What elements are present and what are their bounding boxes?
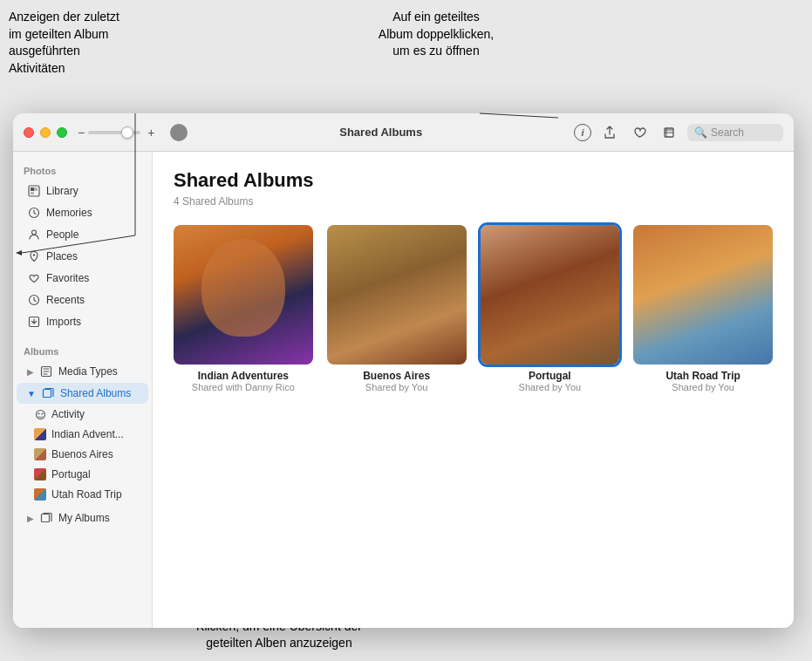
photo-buenos-bg [327,225,467,365]
window-title: Shared Albums [188,126,574,139]
sidebar-item-utah-road-trip[interactable]: Utah Road Trip [17,485,148,504]
album-card-portugal[interactable]: Portugal Shared by You [481,225,620,392]
album-name-portugal: Portugal [481,370,620,382]
buenos-aires-thumb [34,448,46,460]
page-title: Shared Albums [174,169,773,192]
like-button[interactable] [628,121,651,144]
annotation-topright: Auf ein geteiltes Album doppelklicken, u… [340,9,532,60]
sidebar-item-activity[interactable]: Activity [17,405,148,424]
sidebar-item-recents[interactable]: Recents [17,290,148,310]
album-card-utah[interactable]: Utah Road Trip Shared by You [633,225,773,392]
minimize-button[interactable] [40,127,51,138]
svg-point-14 [41,412,43,414]
album-thumb-portugal [481,225,620,365]
utah-road-trip-thumb [34,488,46,501]
window-controls [24,127,67,138]
indian-adventures-thumb [34,428,46,440]
sidebar-item-imports[interactable]: Imports [17,311,148,332]
album-desc-portugal: Shared by You [481,382,620,392]
page-subtitle: 4 Shared Albums [174,195,773,208]
slider-track[interactable] [88,131,140,134]
my-albums-expand-icon: ▶ [27,514,34,523]
sidebar-item-people[interactable]: People [17,224,148,245]
sidebar-item-shared-albums[interactable]: ▼ Shared Albums [17,383,148,404]
memories-label: Memories [46,207,138,219]
places-icon [27,249,41,263]
content-area: Photos Library [13,152,794,628]
toolbar-right: i 🔍 Search [574,121,783,144]
portugal-label: Portugal [51,468,138,480]
zoom-out-button[interactable]: − [78,126,85,140]
album-desc-utah: Shared by You [633,382,773,392]
indian-adventures-label: Indian Advent... [51,428,138,440]
activity-label: Activity [51,408,138,420]
svg-rect-15 [42,514,50,522]
sidebar-item-memories[interactable]: Memories [17,202,148,223]
search-icon: 🔍 [694,126,707,139]
sidebar-item-library[interactable]: Library [17,181,148,201]
svg-rect-2 [31,187,34,191]
library-icon [27,184,41,198]
svg-point-13 [38,412,39,414]
zoom-slider: − + [78,126,154,140]
places-label: Places [46,250,138,262]
buenos-aires-label: Buenos Aires [51,448,138,460]
search-box[interactable]: 🔍 Search [687,124,783,141]
activity-icon [34,408,46,420]
svg-point-6 [32,230,37,235]
people-icon [27,228,41,242]
sidebar-item-buenos-aires[interactable]: Buenos Aires [17,445,148,464]
favorites-label: Favorites [46,272,138,284]
sidebar-item-my-albums[interactable]: ▶ My Albums [17,508,148,528]
close-button[interactable] [24,127,34,138]
svg-rect-11 [43,390,51,398]
sidebar-item-media-types[interactable]: ▶ Media Types [17,361,148,382]
shared-albums-label: Shared Albums [60,387,138,399]
people-label: People [46,228,138,241]
imports-icon [27,315,41,329]
album-thumb-buenos [327,225,467,365]
sidebar-item-indian-adventures[interactable]: Indian Advent... [17,425,148,444]
imports-label: Imports [46,316,138,328]
main-content: Shared Albums 4 Shared Albums Indian Adv… [153,152,794,628]
albums-section-label: Albums [13,339,152,360]
media-types-expand-icon: ▶ [27,367,34,377]
library-label: Library [46,185,138,197]
album-thumb-indian [174,225,313,365]
shared-albums-icon [41,386,55,400]
title-bar: − + Shared Albums i [13,113,794,152]
sidebar-item-places[interactable]: Places [17,246,148,267]
zoom-in-button[interactable]: + [147,126,154,140]
sidebar-item-portugal[interactable]: Portugal [17,465,148,484]
album-card-indian[interactable]: Indian Adventures Shared with Danny Rico [174,225,313,392]
recents-label: Recents [46,294,138,306]
toolbar-circle-button[interactable] [170,124,188,141]
info-button[interactable]: i [574,124,591,141]
sidebar-item-favorites[interactable]: Favorites [17,268,148,289]
shared-albums-expand-icon: ▼ [27,389,36,399]
photo-utah-bg [633,225,773,365]
album-name-indian: Indian Adventures [174,370,313,382]
app-window: − + Shared Albums i [13,113,794,628]
maximize-button[interactable] [57,127,67,138]
recents-icon [27,293,41,307]
share-button[interactable] [598,121,621,144]
search-placeholder: Search [711,126,744,139]
photos-section-label: Photos [13,159,152,180]
crop-button[interactable] [658,121,680,144]
album-thumb-utah [633,225,773,365]
album-desc-indian: Shared with Danny Rico [174,382,313,392]
svg-point-7 [33,254,35,256]
favorites-icon [27,271,41,285]
photo-portugal-bg [481,225,620,365]
album-name-buenos: Buenos Aires [327,370,467,382]
album-card-buenos[interactable]: Buenos Aires Shared by You [327,225,467,392]
svg-rect-1 [29,186,39,196]
album-name-utah: Utah Road Trip [633,370,773,382]
slider-thumb[interactable] [121,126,133,139]
sidebar: Photos Library [13,152,153,628]
media-types-icon [39,365,53,378]
media-types-label: Media Types [58,365,138,378]
photo-indian-bg [174,225,313,365]
svg-rect-4 [31,192,34,194]
